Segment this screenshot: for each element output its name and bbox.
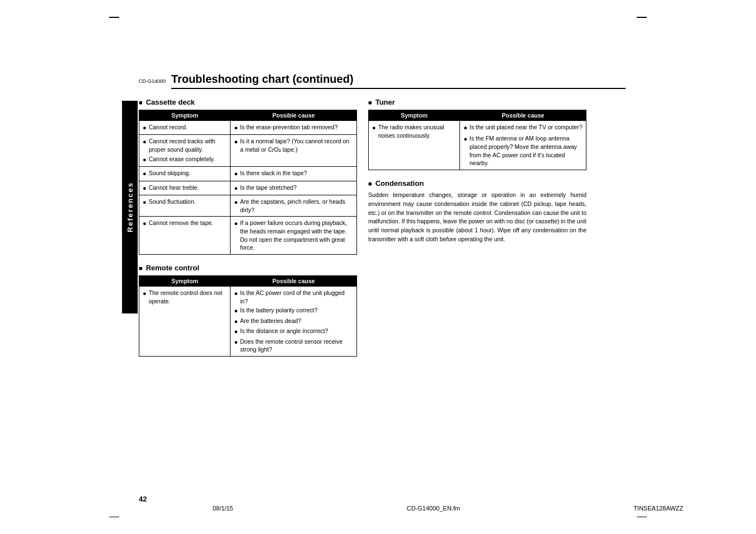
right-line-bottom	[637, 517, 647, 518]
symptom-cell: ●Cannot remove the tape.	[139, 217, 231, 255]
remote-cause-header: Possible cause	[231, 276, 357, 287]
table-row: ●Sound fluctuation. ●Are the capstans, p…	[139, 195, 357, 216]
two-column-layout: Cassette deck Symptom Possible cause	[139, 98, 626, 366]
right-column: Tuner Symptom Possible cause ●The radio …	[368, 98, 586, 366]
cassette-deck-table: Symptom Possible cause ●Cannot record. ●…	[139, 110, 357, 255]
table-row: ●Cannot record. ●Is the erase-prevention…	[139, 121, 357, 135]
left-line-top	[109, 17, 119, 18]
remote-control-header: Remote control	[139, 264, 357, 272]
symptom-cell: ●Sound fluctuation.	[139, 195, 231, 216]
cassette-cause-header: Possible cause	[231, 110, 357, 121]
condensation-section: Condensation Sudden temperature changes,…	[368, 179, 586, 244]
cause-cell: ●Is the unit placed near the TV or compu…	[460, 121, 586, 170]
footer: 08/1/15 CD-G14000_EN.fm TINSEA128AWZZ	[213, 505, 683, 512]
side-tab-label: References	[126, 182, 134, 232]
table-row: ●Cannot record tracks with proper sound …	[139, 135, 357, 167]
left-line-bottom	[109, 517, 119, 518]
tuner-symptom-header: Symptom	[369, 110, 460, 121]
cause-cell: ●Is there slack in the tape?	[231, 167, 357, 181]
table-row: ●Cannot remove the tape. ●If a power fai…	[139, 217, 357, 255]
page-number: 42	[139, 495, 147, 503]
footer-code: TINSEA128AWZZ	[633, 505, 683, 512]
footer-date: 08/1/15	[213, 505, 233, 512]
main-content: CD-G14000 Troubleshooting chart (continu…	[139, 73, 626, 366]
symptom-cell: ●Sound skipping.	[139, 167, 231, 181]
footer-file: CD-G14000_EN.fm	[407, 505, 460, 512]
page-title: Troubleshooting chart (continued)	[171, 73, 626, 89]
cause-cell: ●Is the erase-prevention tab removed?	[231, 121, 357, 135]
table-row: ●The radio makes unusual noises continuo…	[369, 121, 586, 170]
tuner-header: Tuner	[368, 98, 586, 106]
table-row: ●The remote control does not operate. ●I…	[139, 287, 357, 357]
table-row: ●Cannot hear treble. ●Is the tape stretc…	[139, 181, 357, 195]
cause-cell: ●Is it a normal tape? (You cannot record…	[231, 135, 357, 167]
condensation-header: Condensation	[368, 179, 586, 188]
model-number: CD-G14000	[139, 78, 166, 84]
symptom-cell: ●Cannot record tracks with proper sound …	[139, 135, 231, 167]
cause-cell: ●If a power failure occurs during playba…	[231, 217, 357, 255]
cause-cell: ●Are the capstans, pinch rollers, or hea…	[231, 195, 357, 216]
condensation-text: Sudden temperature changes, storage or o…	[368, 191, 586, 244]
symptom-cell: ●The radio makes unusual noises continuo…	[369, 121, 460, 170]
cause-cell: ●Is the tape stretched?	[231, 181, 357, 195]
cassette-symptom-header: Symptom	[139, 110, 231, 121]
table-row: ●Sound skipping. ●Is there slack in the …	[139, 167, 357, 181]
side-tab: References	[122, 101, 138, 313]
cassette-deck-header: Cassette deck	[139, 98, 357, 106]
tuner-table: Symptom Possible cause ●The radio makes …	[368, 110, 586, 170]
remote-control-table: Symptom Possible cause ●The remote contr…	[139, 275, 357, 357]
tuner-cause-header: Possible cause	[460, 110, 586, 121]
page-container: References CD-G14000 Troubleshooting cha…	[0, 0, 756, 534]
symptom-cell: ●Cannot record.	[139, 121, 231, 135]
symptom-cell: ●The remote control does not operate.	[139, 287, 231, 357]
cause-cell: ●Is the AC power cord of the unit plugge…	[231, 287, 357, 357]
left-column: Cassette deck Symptom Possible cause	[139, 98, 357, 366]
right-line-top	[637, 17, 647, 18]
remote-symptom-header: Symptom	[139, 276, 231, 287]
symptom-cell: ●Cannot hear treble.	[139, 181, 231, 195]
